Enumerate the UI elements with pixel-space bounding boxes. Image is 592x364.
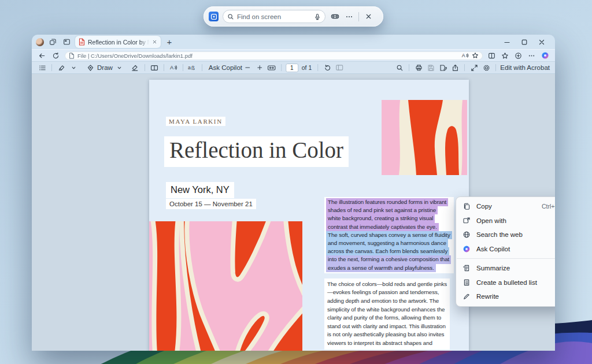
highlighted-line[interactable]: The illustration features rounded forms … (326, 198, 448, 206)
menu-item-label: Copy (476, 203, 536, 210)
desktop: Find on screen (0, 0, 592, 364)
new-tab-icon[interactable]: + (164, 37, 175, 47)
browser-essentials-icon[interactable] (513, 51, 523, 61)
highlighted-line[interactable]: shades of red and pink set against a pri… (326, 206, 438, 214)
fullscreen-icon[interactable] (469, 63, 479, 72)
menu-item-copy[interactable]: CopyCtrl+C (456, 199, 555, 214)
overlay-more-options-icon[interactable] (344, 12, 354, 22)
ask-copilot-button[interactable]: Ask Copilot (209, 64, 242, 71)
menu-item-ask-copilot[interactable]: Ask Copilot (456, 242, 555, 257)
document-title: Reflection in Color (164, 136, 349, 167)
table-of-contents-icon[interactable] (37, 63, 47, 72)
svg-text:a: a (188, 65, 191, 70)
body-line: viewers to interpret its abstract shapes… (327, 339, 432, 348)
search-web-icon (462, 231, 471, 239)
url-field[interactable]: File | C:/Users/OneDrive/Downloads/larki… (65, 51, 483, 60)
read-aloud-icon[interactable]: A (461, 52, 469, 59)
pdf-file-icon (79, 38, 85, 46)
page-thumbnails-icon (334, 63, 345, 72)
zoom-out-icon[interactable] (242, 63, 253, 72)
active-tab[interactable]: Reflection in Color by Maya Lark (75, 36, 161, 48)
zoom-in-icon[interactable] (254, 63, 265, 72)
highlighted-line[interactable]: white background, creating a striking vi… (326, 214, 435, 222)
fit-to-width-icon[interactable] (267, 63, 277, 72)
menu-item-summarize[interactable]: Summarize (456, 261, 555, 276)
minimize-icon[interactable] (500, 37, 514, 47)
pdf-toolbar-right: Edit with Acrobat (394, 63, 550, 72)
profile-avatar[interactable] (36, 38, 44, 46)
menu-item-label: Ask Copilot (476, 246, 555, 252)
menu-shortcut: Ctrl+C (542, 203, 555, 210)
copilot-icon (462, 245, 471, 253)
save-as-icon[interactable] (438, 63, 448, 72)
highlighted-line[interactable]: across the canvas. Each form blends seam… (326, 247, 449, 255)
draw-pen-icon[interactable] (85, 63, 95, 72)
menu-item-open-with[interactable]: Open with› (456, 214, 555, 228)
browser-window: Reflection in Color by Maya Lark + (32, 35, 555, 351)
edit-with-acrobat-button[interactable]: Edit with Acrobat (500, 64, 550, 71)
microphone-icon[interactable] (314, 13, 321, 20)
copilot-icon[interactable] (540, 51, 550, 61)
find-placeholder: Find on screen (237, 13, 311, 20)
highlighter-icon[interactable] (56, 63, 66, 72)
translate-icon[interactable]: aß (187, 63, 198, 72)
highlighter-chevron-icon[interactable] (68, 63, 79, 72)
highlighted-line[interactable]: The soft, curved shapes convey a sense o… (326, 231, 452, 239)
workspaces-icon[interactable] (47, 37, 58, 47)
bulleted-list-icon (462, 278, 471, 287)
vision-goggles-icon[interactable] (330, 12, 340, 22)
split-screen-icon[interactable] (487, 51, 497, 61)
overlay-divider (358, 12, 359, 21)
settings-ellipsis-icon[interactable] (527, 51, 536, 61)
eraser-icon[interactable] (130, 63, 140, 72)
body-line: adding depth and emotion to the artwork.… (327, 297, 439, 306)
refresh-icon[interactable] (51, 51, 61, 61)
draw-chevron-icon[interactable] (114, 63, 125, 72)
copilot-vision-icon[interactable] (209, 12, 219, 21)
highlighted-line[interactable]: exudes a sense of warmth and playfulness… (326, 264, 436, 272)
summarize-icon (462, 264, 471, 272)
highlighted-paragraph[interactable]: The illustration features rounded forms … (324, 197, 454, 273)
favorite-star-icon[interactable] (472, 52, 479, 59)
tab-close-icon[interactable] (152, 39, 157, 44)
menu-divider (457, 258, 555, 259)
highlighted-line[interactable]: and movement, suggesting a harmonious da… (326, 239, 448, 247)
maximize-icon[interactable] (517, 37, 531, 47)
favorites-icon[interactable] (500, 51, 510, 61)
find-on-screen-input[interactable]: Find on screen (223, 10, 325, 23)
tab-preview-icon[interactable] (61, 37, 72, 47)
highlighted-line[interactable]: contrast that immediately captivates the… (326, 223, 439, 231)
window-close-icon[interactable] (535, 37, 549, 47)
rewrite-icon (462, 292, 471, 300)
address-bar-actions (487, 51, 550, 61)
document-location: New York, NY (166, 182, 234, 198)
highlighted-line[interactable]: into the next, forming a cohesive compos… (326, 255, 451, 263)
read-aloud-icon[interactable]: A (168, 63, 179, 72)
page-view-icon[interactable] (149, 63, 160, 72)
vision-glyph-icon (210, 13, 217, 20)
pdf-toolbar-center: of 1 (242, 63, 345, 72)
menu-item-search-the-web[interactable]: Search the web (456, 228, 555, 242)
rotate-icon[interactable] (322, 63, 332, 72)
back-icon[interactable] (37, 51, 47, 61)
overlay-close-icon[interactable] (363, 12, 373, 22)
menu-item-label: Summarize (476, 265, 555, 272)
menu-item-label: Search the web (476, 231, 555, 238)
share-icon[interactable] (450, 63, 460, 72)
artwork-bottom-left (149, 221, 302, 351)
url-text: File | C:/Users/OneDrive/Downloads/larki… (77, 53, 458, 59)
svg-text:A: A (462, 53, 465, 58)
find-in-document-icon[interactable] (394, 63, 405, 72)
print-icon[interactable] (413, 63, 424, 72)
body-line: The choice of colors—bold reds and gentl… (327, 280, 447, 289)
menu-item-rewrite[interactable]: Rewrite› (456, 289, 555, 304)
svg-text:ß: ß (191, 65, 195, 71)
file-icon (69, 53, 75, 59)
document-text-column: The illustration features rounded forms … (324, 197, 453, 350)
page-number-input[interactable] (286, 64, 298, 72)
draw-label[interactable]: Draw (97, 64, 113, 71)
body-line: clarity and purity of the forms, allowin… (327, 314, 441, 322)
menu-item-create-a-bulleted-list[interactable]: Create a bulleted list (456, 276, 555, 290)
window-controls (500, 37, 551, 47)
settings-gear-icon[interactable] (481, 63, 491, 72)
